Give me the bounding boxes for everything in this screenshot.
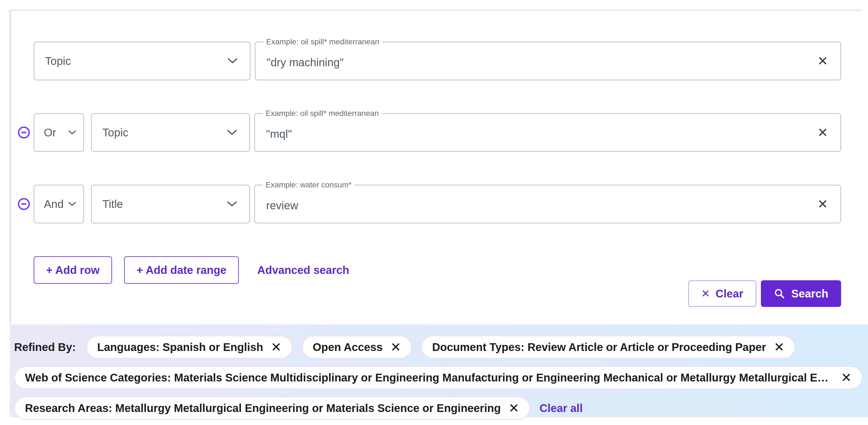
search-row-1: Topic Example: oil spill* mediterranean …	[18, 41, 841, 80]
remove-filter-icon[interactable]: ✕	[509, 402, 520, 415]
query-input-value: review	[266, 199, 298, 212]
search-row-2: Or Topic Example: oil spill* mediterrane…	[18, 113, 841, 152]
field-select-row3[interactable]: Title	[91, 185, 250, 224]
operator-select-value: Or	[44, 126, 56, 139]
filter-chip-open-access[interactable]: Open Access ✕	[302, 335, 412, 359]
query-input-row2[interactable]: Example: oil spill* mediterranean "mql" …	[254, 113, 841, 152]
refined-chip-row-2: Web of Science Categories: Materials Sci…	[14, 366, 863, 389]
filter-chip-wos-categories[interactable]: Web of Science Categories: Materials Sci…	[14, 366, 863, 389]
refined-by-label: Refined By:	[14, 341, 76, 354]
query-input-row3[interactable]: Example: water consum* review ✕	[254, 185, 841, 224]
field-select-value: Title	[102, 198, 123, 210]
input-example-label: Example: water consum*	[263, 181, 354, 189]
field-select-value: Topic	[102, 126, 128, 139]
clear-input-icon[interactable]: ✕	[817, 198, 828, 210]
remove-row-icon[interactable]	[18, 126, 30, 139]
search-button[interactable]: Search	[761, 280, 841, 307]
refined-chip-row-3: Research Areas: Metallurgy Metallurgical…	[14, 396, 863, 420]
filter-chip-research-areas[interactable]: Research Areas: Metallurgy Metallurgical…	[14, 396, 530, 420]
remove-row-icon[interactable]	[18, 198, 30, 210]
query-input-value: "mql"	[266, 128, 292, 140]
search-builder-panel: Topic Example: oil spill* mediterranean …	[10, 10, 862, 324]
operator-slot	[18, 113, 34, 152]
chevron-down-icon	[227, 129, 237, 136]
remove-filter-icon[interactable]: ✕	[774, 341, 785, 354]
chevron-down-icon	[227, 58, 238, 64]
filter-chip-label: Research Areas: Metallurgy Metallurgical…	[25, 402, 501, 415]
input-example-label: Example: oil spill* mediterranean	[264, 37, 382, 46]
operator-select-row2[interactable]: Or	[34, 113, 84, 152]
field-select-value: Topic	[45, 55, 71, 67]
filter-chip-label: Document Types: Review Article or Articl…	[432, 341, 766, 354]
operator-select-value: And	[44, 198, 64, 210]
magnifier-icon	[774, 288, 785, 299]
search-button-label: Search	[792, 288, 828, 300]
clear-x-icon: ✕	[701, 288, 710, 299]
input-example-label: Example: oil spill* mediterranean	[263, 109, 381, 118]
filter-chip-label: Web of Science Categories: Materials Sci…	[25, 371, 833, 384]
operator-select-row3[interactable]: And	[34, 185, 84, 224]
add-date-range-button[interactable]: + Add date range	[124, 256, 239, 284]
refined-chip-row-1: Refined By: Languages: Spanish or Englis…	[14, 335, 863, 359]
field-select-row1[interactable]: Topic	[34, 41, 251, 80]
filter-chip-label: Open Access	[313, 341, 383, 354]
chevron-down-icon	[227, 201, 237, 207]
search-row-3: And Title Example: water consum* review …	[18, 185, 841, 224]
query-input-row1[interactable]: Example: oil spill* mediterranean "dry m…	[255, 41, 841, 80]
remove-filter-icon[interactable]: ✕	[841, 371, 851, 384]
operator-slot	[18, 41, 34, 80]
filter-chip-document-types[interactable]: Document Types: Review Article or Articl…	[421, 335, 795, 359]
filter-chip-label: Languages: Spanish or English	[97, 341, 263, 354]
refined-by-section: Refined By: Languages: Spanish or Englis…	[10, 324, 868, 417]
chevron-down-icon	[68, 201, 76, 206]
row-actions: + Add row + Add date range Advanced sear…	[34, 256, 841, 284]
clear-button[interactable]: ✕ Clear	[688, 280, 756, 307]
clear-button-label: Clear	[716, 288, 743, 300]
advanced-search-link[interactable]: Advanced search	[257, 264, 349, 276]
submit-actions: ✕ Clear Search	[18, 280, 841, 307]
query-input-value: "dry machining"	[267, 56, 344, 69]
clear-all-link[interactable]: Clear all	[539, 402, 583, 415]
add-row-button[interactable]: + Add row	[34, 256, 112, 284]
field-select-row2[interactable]: Topic	[91, 113, 250, 152]
remove-filter-icon[interactable]: ✕	[271, 341, 282, 354]
operator-slot	[18, 185, 34, 224]
chevron-down-icon	[68, 130, 76, 135]
filter-chip-languages[interactable]: Languages: Spanish or English ✕	[86, 335, 292, 359]
clear-input-icon[interactable]: ✕	[817, 55, 828, 67]
clear-input-icon[interactable]: ✕	[817, 126, 828, 139]
remove-filter-icon[interactable]: ✕	[391, 341, 401, 354]
